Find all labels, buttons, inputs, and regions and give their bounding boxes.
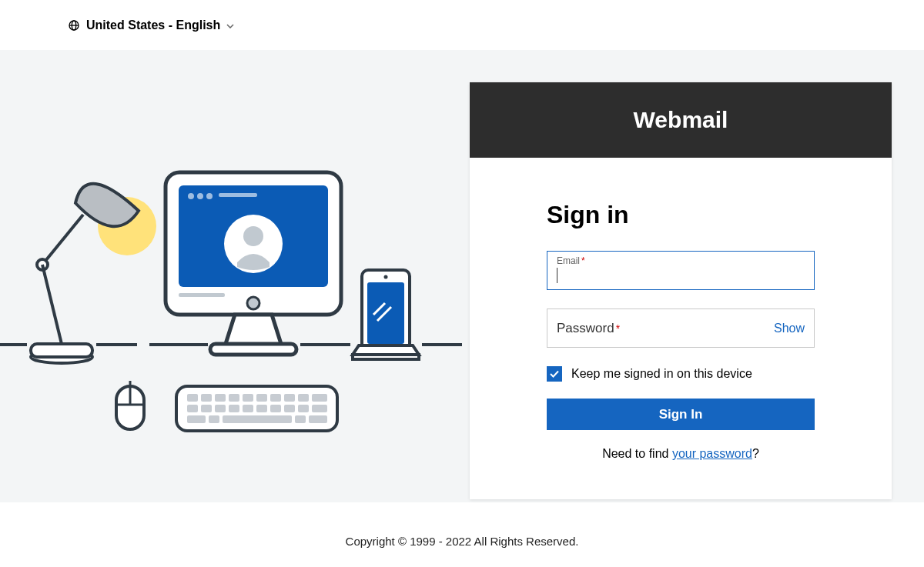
svg-point-18 bbox=[247, 297, 259, 309]
chevron-down-icon bbox=[226, 20, 234, 31]
svg-rect-52 bbox=[256, 405, 267, 412]
password-label: Password* bbox=[557, 321, 774, 336]
svg-rect-61 bbox=[309, 415, 327, 423]
help-text: Need to find your password? bbox=[547, 447, 815, 461]
globe-icon bbox=[68, 19, 80, 32]
forgot-password-link[interactable]: your password bbox=[672, 447, 752, 460]
svg-rect-39 bbox=[215, 394, 226, 402]
svg-rect-19 bbox=[210, 344, 296, 355]
copyright-text: Copyright © 1999 - 2022 All Rights Reser… bbox=[346, 535, 579, 548]
svg-rect-42 bbox=[256, 394, 267, 402]
svg-rect-49 bbox=[215, 405, 226, 412]
svg-rect-51 bbox=[243, 405, 253, 412]
svg-rect-43 bbox=[270, 394, 281, 402]
keep-signed-checkbox[interactable] bbox=[547, 366, 562, 382]
svg-rect-58 bbox=[209, 415, 219, 423]
svg-rect-56 bbox=[312, 405, 327, 412]
svg-point-24 bbox=[384, 275, 388, 279]
svg-rect-8 bbox=[31, 344, 92, 357]
signin-button[interactable]: Sign In bbox=[547, 399, 815, 430]
login-card: Webmail Sign in Email* Password* Show bbox=[470, 82, 892, 499]
svg-line-4 bbox=[42, 215, 83, 265]
svg-rect-45 bbox=[298, 394, 309, 402]
svg-rect-46 bbox=[312, 394, 327, 402]
email-field-wrapper[interactable]: Email* bbox=[547, 251, 815, 290]
top-bar: United States - English bbox=[0, 0, 924, 50]
svg-rect-53 bbox=[270, 405, 281, 412]
svg-point-16 bbox=[243, 226, 263, 246]
main-area: Webmail Sign in Email* Password* Show bbox=[0, 50, 924, 502]
svg-rect-47 bbox=[187, 405, 198, 412]
svg-rect-41 bbox=[243, 394, 253, 402]
svg-rect-37 bbox=[187, 394, 198, 402]
svg-rect-59 bbox=[223, 415, 292, 423]
svg-line-6 bbox=[42, 265, 62, 344]
show-password-link[interactable]: Show bbox=[774, 322, 805, 335]
check-icon bbox=[549, 369, 560, 379]
svg-point-12 bbox=[197, 193, 203, 199]
svg-rect-40 bbox=[229, 394, 239, 402]
password-field-wrapper[interactable]: Password* Show bbox=[547, 309, 815, 348]
keep-signed-label: Keep me signed in on this device bbox=[571, 367, 752, 381]
svg-rect-55 bbox=[298, 405, 309, 412]
svg-point-11 bbox=[188, 193, 194, 199]
svg-rect-14 bbox=[219, 193, 257, 197]
illustration bbox=[0, 50, 462, 502]
svg-rect-26 bbox=[353, 355, 419, 359]
svg-point-13 bbox=[206, 193, 213, 199]
language-label: United States - English bbox=[86, 18, 220, 32]
card-title: Webmail bbox=[470, 82, 892, 158]
footer: Copyright © 1999 - 2022 All Rights Reser… bbox=[0, 502, 924, 548]
svg-rect-38 bbox=[201, 394, 212, 402]
svg-rect-60 bbox=[295, 415, 306, 423]
svg-rect-44 bbox=[284, 394, 295, 402]
svg-rect-54 bbox=[284, 405, 295, 412]
svg-rect-57 bbox=[187, 415, 206, 423]
keep-signed-row: Keep me signed in on this device bbox=[547, 366, 815, 382]
svg-rect-50 bbox=[229, 405, 239, 412]
signin-heading: Sign in bbox=[547, 201, 815, 229]
svg-rect-48 bbox=[201, 405, 212, 412]
svg-rect-17 bbox=[179, 293, 225, 297]
language-selector[interactable]: United States - English bbox=[68, 18, 234, 32]
